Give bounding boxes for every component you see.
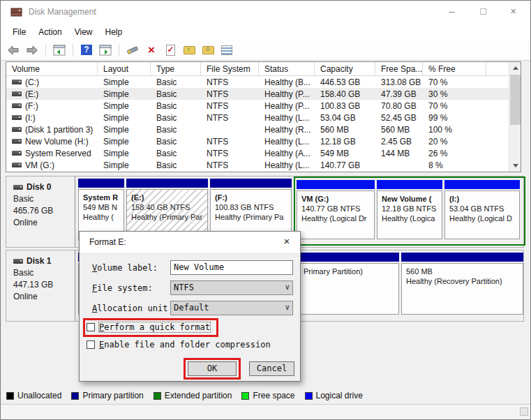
help-icon[interactable] (81, 45, 92, 55)
volume-name: System Reserved (25, 149, 91, 158)
partition-recovery[interactable]: 560 MB Healthy (Recovery Partition) (401, 253, 523, 315)
drive-icon (12, 139, 22, 144)
volume-label-caption: Volume label: (92, 263, 158, 273)
legend-swatch (241, 392, 249, 400)
toolbar-separator (45, 44, 46, 57)
menu-help[interactable]: Help (99, 24, 129, 40)
menu-file[interactable]: File (6, 24, 32, 40)
menu-action[interactable]: Action (32, 24, 68, 40)
legend-extended-partition: Extended partition (154, 391, 232, 400)
format-dialog: Format E: × Volume label: New Volume Fil… (79, 231, 301, 382)
legend-swatch (305, 392, 313, 400)
close-button[interactable]: × (498, 1, 529, 22)
toolbar-separator (119, 44, 119, 57)
show-action-pane-icon[interactable] (98, 44, 112, 57)
volume-row-disk1-partition3[interactable]: (Disk 1 partition 3) Simple Basic Health… (6, 123, 521, 135)
volume-row-system-reserved[interactable]: System Reserved Simple Basic NTFS Health… (6, 147, 521, 159)
volume-name: (F:) (25, 101, 38, 111)
legend-swatch (6, 392, 14, 400)
volume-name: (E:) (25, 89, 38, 99)
quick-format-checkbox[interactable] (87, 323, 95, 331)
scroll-thumb[interactable] (510, 75, 521, 125)
partition-new-volume-h[interactable]: New Volume ( 12.18 GB NTFS Healthy (Logi… (377, 180, 442, 239)
forward-icon[interactable] (25, 44, 39, 57)
vertical-scrollbar[interactable] (509, 62, 521, 172)
scroll-up-icon[interactable] (509, 62, 521, 74)
disk-0-panel[interactable]: Disk 0 Basic 465.76 GB Online (6, 177, 75, 247)
properties-icon[interactable] (221, 45, 232, 55)
col-capacity[interactable]: Capacity (315, 62, 375, 75)
compression-checkbox[interactable] (87, 340, 95, 349)
disk-state: Online (13, 291, 75, 303)
tools-icon[interactable] (126, 45, 138, 54)
partition-color-band (401, 253, 523, 262)
volume-name: (C:) (25, 77, 39, 87)
partition-color-band (377, 180, 442, 189)
partition-color-band (444, 180, 520, 189)
col-volume[interactable]: Volume (6, 62, 98, 75)
volume-row-i[interactable]: (I:) Simple Basic NTFS Healthy (L... 53.… (6, 112, 521, 123)
maximize-button[interactable]: □ (468, 1, 499, 22)
volume-row-e[interactable]: (E:) Simple Basic NTFS Healthy (P... 158… (6, 88, 521, 100)
col-layout[interactable]: Layout (98, 62, 151, 75)
scroll-down-icon[interactable] (509, 160, 521, 172)
volume-row-c[interactable]: (C:) Simple Basic NTFS Healthy (B... 446… (6, 76, 521, 88)
volume-name: New Volume (H:) (25, 137, 89, 147)
quick-format-label: Perform a quick format (99, 322, 210, 332)
dialog-title: Format E: (89, 237, 126, 247)
col-pct-free[interactable]: % Free (423, 62, 486, 75)
legend-primary-partition: Primary partition (71, 391, 143, 400)
disk-size: 465.76 GB (13, 205, 75, 217)
check-document-icon[interactable] (166, 45, 175, 56)
col-file-system[interactable]: File System (201, 62, 259, 75)
status-bar (1, 404, 530, 419)
disk-kind: Basic (13, 193, 75, 205)
drive-icon (12, 80, 22, 84)
delete-icon[interactable] (148, 44, 155, 57)
disk-state: Online (13, 217, 75, 229)
minimize-button[interactable]: – (436, 1, 468, 22)
menu-view[interactable]: View (68, 24, 99, 40)
toolbar (1, 40, 530, 61)
disk-1-panel[interactable]: Disk 1 Basic 447.13 GB Online (6, 250, 75, 321)
quick-format-row: Perform a quick format (87, 322, 210, 332)
search-folder-icon[interactable] (202, 46, 214, 54)
partition-vm-g[interactable]: VM (G:) 140.77 GB NTFS Healthy (Logical … (297, 180, 375, 239)
file-system-select[interactable]: NTFS ∨ (170, 280, 293, 295)
drive-icon (12, 163, 22, 167)
compression-label: Enable file and folder compression (99, 340, 271, 350)
disk-kind: Basic (13, 267, 75, 279)
legend-free-space: Free space (241, 391, 294, 400)
partition-i[interactable]: (I:) 53.04 GB NTFS Healthy (Logical D (444, 180, 520, 239)
volume-row-f[interactable]: (F:) Simple Basic NTFS Healthy (P... 100… (6, 100, 521, 112)
resize-grip[interactable] (520, 407, 528, 416)
disk-size: 447.13 GB (13, 279, 75, 291)
menu-bar: File Action View Help (1, 24, 530, 40)
ok-button[interactable]: OK (188, 361, 237, 376)
title-bar: Disk Management – □ × (1, 1, 530, 24)
col-free-space[interactable]: Free Spa... (375, 62, 423, 75)
col-type[interactable]: Type (151, 62, 201, 75)
volume-row-new-volume-h[interactable]: New Volume (H:) Simple Basic NTFS Health… (6, 135, 521, 147)
volume-label-input[interactable]: New Volume (170, 260, 293, 275)
legend-logical-drive: Logical drive (305, 391, 363, 400)
dialog-close-icon[interactable]: × (279, 235, 294, 249)
partition-color-band (297, 180, 375, 189)
compression-row: Enable file and folder compression (87, 340, 271, 350)
col-status[interactable]: Status (259, 62, 315, 75)
cancel-button[interactable]: Cancel (249, 361, 294, 376)
drive-icon (12, 103, 22, 108)
open-folder-icon[interactable] (184, 46, 195, 54)
partition-color-band (126, 179, 208, 188)
volume-row-vm-g[interactable]: VM (G:) Simple Basic NTFS Healthy (L... … (6, 159, 521, 171)
allocation-unit-select[interactable]: Default ∨ (170, 301, 293, 315)
volume-name: (I:) (25, 113, 36, 123)
drive-icon (12, 151, 22, 156)
legend-unallocated: Unallocated (6, 391, 61, 400)
disk-icon (13, 185, 23, 190)
allocation-unit-caption: Allocation unit (92, 303, 167, 313)
disk-label: Disk 1 (27, 255, 51, 267)
back-icon[interactable] (6, 44, 20, 57)
chevron-down-icon: ∨ (285, 283, 290, 292)
show-console-tree-icon[interactable] (52, 44, 66, 57)
